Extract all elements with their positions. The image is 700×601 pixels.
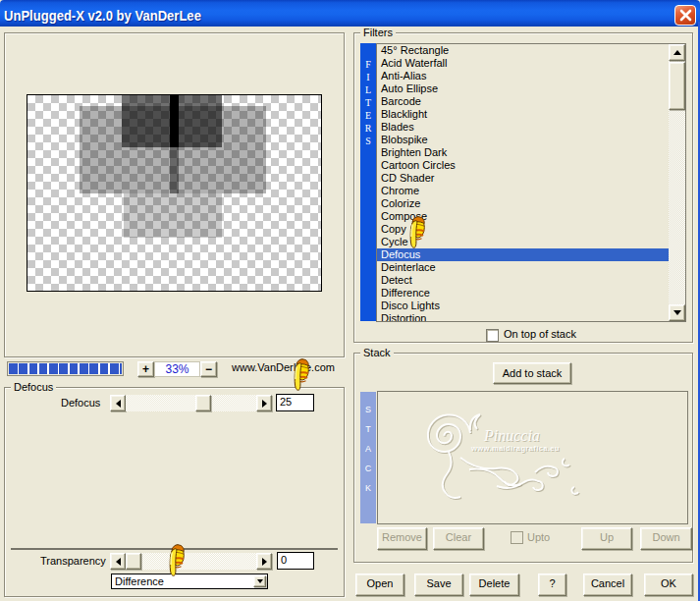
svg-text:www.maidiragrafica.eu: www.maidiragrafica.eu xyxy=(470,444,560,453)
svg-text:Pinuccia: Pinuccia xyxy=(483,427,540,444)
